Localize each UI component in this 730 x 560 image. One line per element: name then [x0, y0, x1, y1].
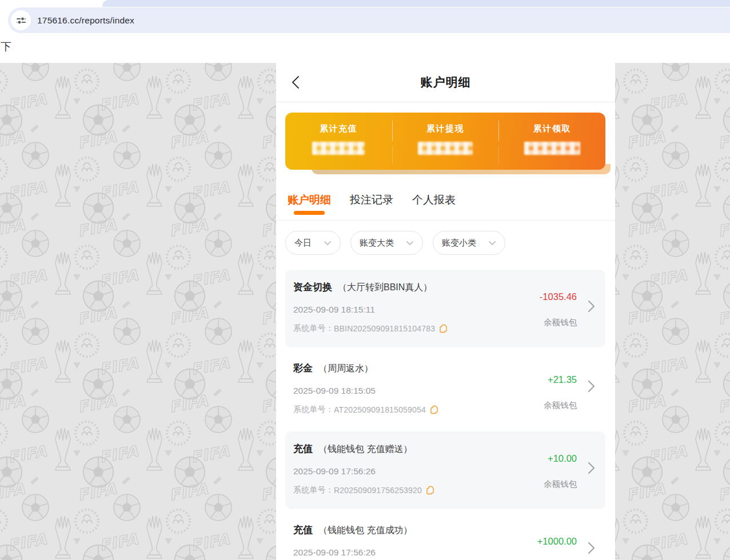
active-tab-underline — [294, 211, 325, 215]
page-corner-text: 下 — [1, 39, 11, 54]
transaction-row[interactable]: 充值 （钱能钱包 充值成功） 2025-09-09 17:56:26 +1000… — [285, 515, 605, 560]
address-bar[interactable]: 175616.cc/reports/index — [8, 7, 730, 33]
order-label: 系统单号： — [293, 405, 334, 415]
browser-tab-strip — [102, 0, 730, 7]
copy-icon[interactable] — [430, 405, 438, 414]
tab-account-detail[interactable]: 账户明细 — [288, 193, 331, 207]
txn-type: 彩金 — [293, 362, 313, 375]
txn-right-column: +21.35 余额钱包 — [544, 354, 577, 411]
tab-label: 账户明细 — [288, 194, 331, 206]
txn-type: 充值 — [293, 523, 313, 537]
chevron-right-icon[interactable] — [588, 300, 595, 315]
txn-amount: +21.35 — [548, 374, 577, 385]
tab-label: 个人报表 — [412, 194, 456, 206]
txn-title-line: 充值 （钱能钱包 充值赠送） — [293, 442, 520, 455]
tab-bar: 账户明细 投注记录 个人报表 — [276, 182, 615, 221]
transaction-row[interactable]: 资金切换 （大厅转到BBIN真人） 2025-09-09 18:15:11 系统… — [285, 270, 605, 347]
chevron-down-icon — [488, 241, 496, 246]
txn-amount: -1035.46 — [540, 291, 577, 302]
txn-title-line: 资金切换 （大厅转到BBIN真人） — [293, 281, 520, 294]
summary-card-wrap: 累计充值 累计提现 累计领取 — [285, 113, 605, 170]
txn-wallet: 余额钱包 — [544, 400, 577, 411]
masked-value — [524, 142, 580, 155]
txn-order-line: 系统单号： BBIN202509091815104783 — [293, 323, 520, 334]
txn-detail: （钱能钱包 充值赠送） — [318, 443, 412, 455]
txn-detail: （大厅转到BBIN真人） — [338, 282, 432, 294]
txn-wallet: 余额钱包 — [544, 479, 577, 490]
filter-label: 今日 — [294, 238, 312, 249]
txn-right-column: +1000.00 余额钱包 — [537, 515, 577, 560]
summary-label: 累计领取 — [533, 123, 571, 134]
masked-value — [418, 142, 473, 155]
txn-amount: +10.00 — [548, 453, 577, 464]
txn-detail: （钱能钱包 充值成功） — [318, 525, 412, 537]
tab-label: 投注记录 — [350, 194, 393, 206]
filter-bar: 今日 账变大类 账变小类 — [276, 221, 615, 270]
txn-order-line: 系统单号： AT202509091815059054 — [293, 405, 520, 415]
tab-bet-records[interactable]: 投注记录 — [350, 193, 393, 207]
copy-icon[interactable] — [439, 324, 448, 333]
chevron-right-icon[interactable] — [588, 462, 595, 477]
txn-wallet: 余额钱包 — [544, 317, 577, 328]
txn-type: 资金切换 — [293, 281, 332, 294]
chevron-down-icon — [406, 241, 414, 246]
transaction-row[interactable]: 彩金 （周周返水） 2025-09-09 18:15:05 系统单号： AT20… — [285, 354, 605, 425]
account-detail-panel: 账户明细 累计充值 累计提现 累计领取 — [276, 63, 615, 560]
screen: 175616.cc/reports/index 下 — [0, 0, 730, 560]
filter-label: 账变大类 — [360, 238, 394, 249]
order-label: 系统单号： — [293, 323, 334, 334]
url-text[interactable]: 175616.cc/reports/index — [37, 15, 134, 26]
site-settings-button[interactable] — [11, 10, 31, 30]
panel-header: 账户明细 — [276, 63, 615, 102]
summary-total-claimed: 累计领取 — [498, 113, 605, 170]
page-title: 账户明细 — [421, 74, 471, 90]
filter-minor-type-dropdown[interactable]: 账变小类 — [433, 231, 505, 255]
site-settings-tune-icon — [16, 15, 26, 26]
summary-card: 累计充值 累计提现 累计领取 — [285, 113, 605, 170]
summary-total-deposit: 累计充值 — [285, 113, 392, 170]
filter-date-dropdown[interactable]: 今日 — [285, 231, 341, 255]
txn-time: 2025-09-09 17:56:26 — [293, 547, 520, 558]
chevron-right-icon[interactable] — [588, 380, 595, 395]
summary-label: 累计充值 — [320, 123, 357, 134]
masked-value — [312, 142, 365, 155]
order-number: BBIN202509091815104783 — [334, 324, 435, 333]
copy-icon[interactable] — [426, 486, 434, 495]
filter-major-type-dropdown[interactable]: 账变大类 — [350, 231, 423, 255]
txn-right-column: -1035.46 余额钱包 — [540, 270, 577, 328]
txn-time: 2025-09-09 18:15:11 — [293, 305, 520, 315]
txn-title-line: 彩金 （周周返水） — [293, 362, 520, 375]
txn-order-line: 系统单号： R202509091756253920 — [293, 485, 520, 495]
txn-right-column: +10.00 余额钱包 — [544, 431, 577, 490]
txn-type: 充值 — [293, 442, 313, 455]
filter-label: 账变小类 — [442, 238, 476, 249]
txn-detail: （周周返水） — [318, 363, 373, 375]
txn-time: 2025-09-09 18:15:05 — [293, 386, 520, 396]
transaction-row[interactable]: 充值 （钱能钱包 充值赠送） 2025-09-09 17:56:26 系统单号：… — [285, 431, 605, 509]
order-number: R202509091756253920 — [334, 486, 422, 495]
order-number: AT202509091815059054 — [334, 405, 426, 414]
transaction-list: 资金切换 （大厅转到BBIN真人） 2025-09-09 18:15:11 系统… — [276, 270, 615, 560]
back-button[interactable] — [290, 75, 302, 90]
summary-label: 累计提现 — [426, 123, 464, 134]
chevron-right-icon[interactable] — [588, 542, 595, 557]
chevron-down-icon — [324, 241, 332, 246]
txn-title-line: 充值 （钱能钱包 充值成功） — [293, 523, 520, 537]
summary-total-withdraw: 累计提现 — [392, 113, 499, 170]
order-label: 系统单号： — [293, 485, 334, 495]
txn-amount: +1000.00 — [537, 536, 577, 547]
txn-time: 2025-09-09 17:56:26 — [293, 466, 520, 477]
tab-personal-report[interactable]: 个人报表 — [412, 193, 456, 207]
browser-chrome: 175616.cc/reports/index — [0, 0, 730, 34]
